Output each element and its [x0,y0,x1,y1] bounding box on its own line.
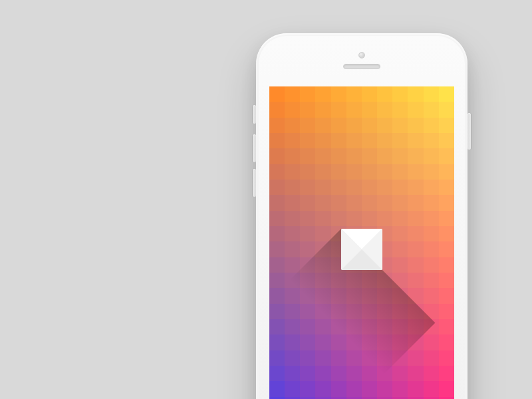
wallpaper-pixel [408,180,423,195]
wallpaper-pixel [424,334,439,350]
wallpaper-pixel [392,288,408,303]
wallpaper-pixel [269,350,285,366]
wallpaper-pixel [362,86,377,102]
wallpaper-pixel [331,334,346,350]
wallpaper-pixel [269,241,285,257]
wallpaper-pixel [392,164,408,180]
wallpaper-pixel [392,319,408,334]
wallpaper-pixel [408,211,423,226]
wallpaper-pixel [377,288,392,303]
wallpaper-pixel [300,381,315,396]
wallpaper-pixel [315,164,331,180]
wallpaper-pixel [408,241,423,257]
wallpaper-pixel [315,366,331,381]
wallpaper-pixel [346,211,362,226]
wallpaper-pixel [285,397,300,399]
wallpaper-pixel [362,102,377,117]
wallpaper-pixel [408,366,423,381]
wallpaper-pixel [362,273,377,288]
wallpaper-pixel [362,211,377,226]
wallpaper-pixel [269,86,285,102]
wallpaper-pixel [346,350,362,366]
wallpaper-pixel [392,257,408,273]
wallpaper-pixel [269,304,285,319]
wallpaper-pixel [331,102,346,117]
wallpaper-pixel [439,148,454,164]
wallpaper-pixel [408,133,423,148]
wallpaper-pixel [346,366,362,381]
wallpaper-pixel [392,273,408,288]
wallpaper-pixel [285,288,300,303]
wallpaper-pixel [315,241,331,257]
wallpaper-pixel [315,102,331,117]
wallpaper-pixel [315,211,331,226]
wallpaper-pixel [362,180,377,195]
wallpaper-pixel [300,350,315,366]
wallpaper-pixel [377,273,392,288]
wallpaper-pixel [408,334,423,350]
wallpaper-pixel [315,350,331,366]
wallpaper-pixel [300,102,315,117]
wallpaper-pixel [331,381,346,396]
wallpaper-pixel [408,118,423,133]
wallpaper-pixel [315,133,331,148]
wallpaper-pixel [331,319,346,334]
wallpaper-pixel [362,366,377,381]
wallpaper-pixel [377,366,392,381]
wallpaper-pixel [346,133,362,148]
wallpaper-pixel [285,334,300,350]
wallpaper-pixel [439,304,454,319]
wallpaper-pixel [408,319,423,334]
wallpaper-pixel [300,86,315,102]
wallpaper-pixel [392,397,408,399]
wallpaper-pixel [315,257,331,273]
wallpaper-pixel [424,118,439,133]
wallpaper-pixel [300,195,315,210]
wallpaper-pixel [346,164,362,180]
wallpaper-pixel [408,164,423,180]
wallpaper-pixel [315,86,331,102]
wallpaper-pixel [424,304,439,319]
wallpaper-pixel [285,350,300,366]
wallpaper-pixel [269,288,285,303]
wallpaper-pixel [439,180,454,195]
wallpaper-pixel [285,211,300,226]
wallpaper-pixel [377,180,392,195]
wallpaper-pixel [377,350,392,366]
wallpaper-pixel [424,226,439,241]
phone-mockup [256,33,467,399]
wallpaper-pixel [315,226,331,241]
wallpaper-pixel [377,334,392,350]
wallpaper-pixel [439,381,454,396]
wallpaper-pixel [392,241,408,257]
wallpaper-pixel [300,241,315,257]
wallpaper-pixel [285,273,300,288]
wallpaper-pixel [424,288,439,303]
wallpaper-pixel [300,334,315,350]
wallpaper-pixel [315,118,331,133]
wallpaper-pixel [377,164,392,180]
wallpaper-pixel [285,180,300,195]
wallpaper-pixel [346,288,362,303]
wallpaper-pixel [362,118,377,133]
mute-switch [253,105,256,124]
wallpaper-pixel [392,334,408,350]
wallpaper-pixel [315,273,331,288]
wallpaper-pixel [439,164,454,180]
wallpaper-pixel [424,164,439,180]
wallpaper-pixel [377,195,392,210]
wallpaper-pixel [269,102,285,117]
wallpaper-pixel [439,211,454,226]
wallpaper-pixel [269,211,285,226]
app-icon[interactable] [341,229,382,270]
wallpaper-pixel [269,334,285,350]
volume-up-button [253,134,256,162]
wallpaper-pixel [269,397,285,399]
wallpaper-pixel [269,226,285,241]
wallpaper-pixel [331,288,346,303]
wallpaper-pixel [346,304,362,319]
wallpaper-pixel [300,397,315,399]
wallpaper-pixel [439,350,454,366]
wallpaper-pixel [377,118,392,133]
wallpaper-pixel [408,102,423,117]
